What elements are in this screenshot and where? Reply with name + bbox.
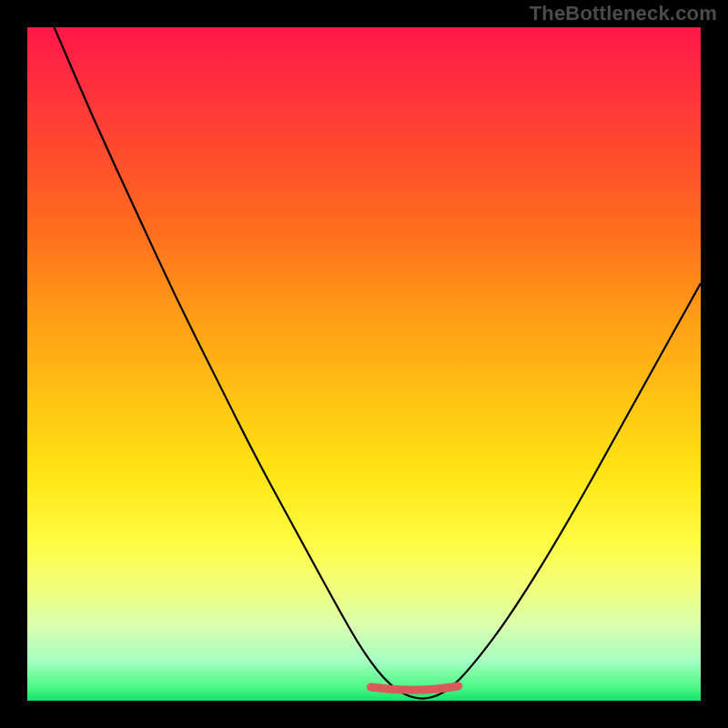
chart-frame: TheBottleneck.com bbox=[0, 0, 728, 728]
bottleneck-curve bbox=[55, 27, 701, 699]
curve-layer bbox=[27, 27, 701, 701]
plot-area bbox=[27, 27, 701, 701]
watermark-text: TheBottleneck.com bbox=[530, 2, 717, 25]
curve-minimum-highlight bbox=[370, 686, 458, 690]
